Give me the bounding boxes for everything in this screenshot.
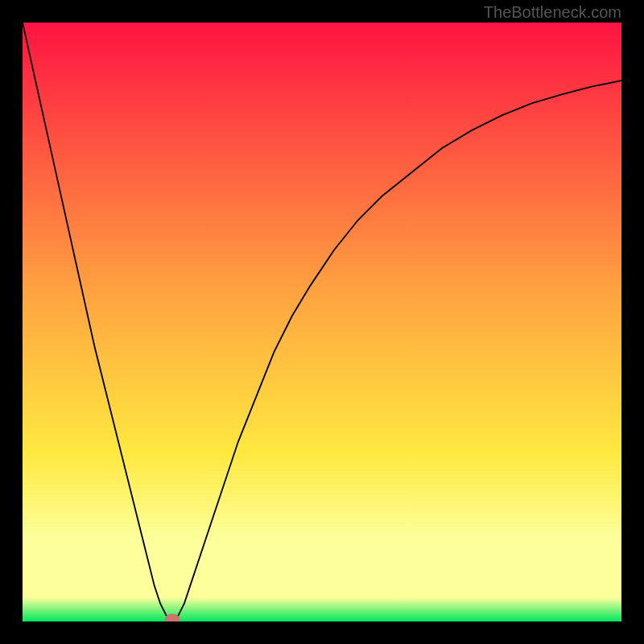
- plot-area: [23, 23, 621, 621]
- gradient-background: [23, 23, 621, 621]
- chart-frame: TheBottleneck.com: [0, 0, 644, 644]
- chart-svg: [23, 23, 621, 621]
- watermark-text: TheBottleneck.com: [484, 3, 621, 22]
- optimal-point-marker: [165, 614, 180, 621]
